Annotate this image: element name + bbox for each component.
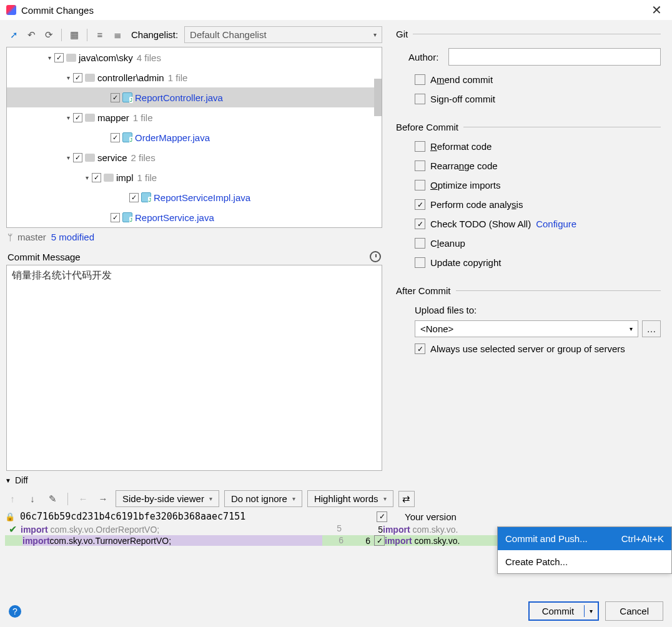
edit-icon[interactable]: ✎: [45, 491, 60, 506]
expand-arrow-icon[interactable]: ▾: [63, 114, 73, 121]
upload-select[interactable]: <None> ▾: [415, 320, 638, 337]
copyright-checkbox[interactable]: [415, 257, 425, 268]
tree-row[interactable]: ▾mapper1 file: [7, 107, 382, 127]
expand-arrow-icon[interactable]: ▾: [44, 54, 54, 61]
node-label: ReportServiceImpl.java: [154, 192, 250, 203]
collapse-icon[interactable]: ≣: [110, 27, 125, 42]
forward-icon[interactable]: →: [96, 491, 111, 506]
file-checkbox[interactable]: [111, 93, 120, 102]
java-file-icon: [141, 192, 151, 202]
reload-icon[interactable]: ⟳: [41, 27, 56, 42]
refresh-icon[interactable]: ➚: [6, 27, 21, 42]
changelist-label: Changelist:: [131, 29, 178, 40]
node-label: ReportService.java: [135, 212, 214, 223]
changes-toolbar: ➚ ↶ ⟳ ▦ ≡ ≣ Changelist: Default Changeli…: [6, 24, 382, 47]
prev-diff-icon[interactable]: ↑: [5, 491, 20, 506]
cancel-button[interactable]: Cancel: [605, 601, 663, 621]
history-icon[interactable]: [370, 251, 381, 262]
tree-row[interactable]: ▾java\com\sky4 files: [7, 47, 382, 67]
file-tree[interactable]: ▾java\com\sky4 files▾controller\admin1 f…: [6, 47, 382, 228]
ignore-select[interactable]: Do not ignore▾: [224, 490, 302, 507]
close-icon[interactable]: ✕: [648, 2, 666, 17]
cleanup-checkbox[interactable]: [415, 238, 425, 249]
sync-scroll-button[interactable]: ⇄: [398, 491, 415, 507]
amend-label: Amend commit: [430, 74, 493, 85]
node-label: mapper: [97, 112, 129, 123]
undo-icon[interactable]: ↶: [24, 27, 39, 42]
highlight-select[interactable]: Highlight words▾: [307, 490, 393, 507]
group-icon[interactable]: ▦: [67, 27, 82, 42]
diff-label: Diff: [15, 475, 28, 485]
tree-row[interactable]: ReportController.java: [7, 87, 382, 107]
file-checkbox[interactable]: [111, 133, 120, 142]
scrollbar-thumb[interactable]: [374, 79, 382, 116]
file-checkbox[interactable]: [73, 113, 82, 122]
folder-icon: [85, 74, 95, 82]
java-file-icon: [122, 92, 132, 102]
always-checkbox[interactable]: [415, 343, 425, 354]
file-checkbox[interactable]: [129, 193, 139, 202]
commit-and-push-item[interactable]: Commit and Push...Ctrl+Alt+K: [498, 527, 671, 550]
modified-count[interactable]: 5 modified: [51, 232, 94, 242]
expand-arrow-icon[interactable]: ▾: [63, 154, 73, 161]
expand-arrow-icon[interactable]: ▾: [82, 174, 92, 181]
rearrange-checkbox[interactable]: [415, 160, 425, 171]
changelist-select[interactable]: Default Changelist ▾: [184, 26, 382, 43]
next-diff-icon[interactable]: ↓: [25, 491, 40, 506]
amend-checkbox[interactable]: [415, 74, 425, 85]
diff-toolbar: ↑ ↓ ✎ ← → Side-by-side viewer▾ Do not ig…: [0, 488, 672, 510]
create-patch-item[interactable]: Create Patch...: [498, 550, 671, 573]
tree-row[interactable]: ReportService.java: [7, 207, 382, 227]
chevron-down-icon: ▾: [373, 31, 377, 38]
tree-row[interactable]: ReportServiceImpl.java: [7, 187, 382, 207]
chevron-down-icon: ▾: [630, 325, 633, 332]
commit-message-input[interactable]: [6, 265, 382, 471]
back-icon[interactable]: ←: [76, 491, 91, 506]
reformat-checkbox[interactable]: [415, 141, 425, 152]
separator: [87, 29, 87, 41]
expand-arrow-icon[interactable]: ▾: [63, 74, 73, 81]
node-count: 4 files: [137, 52, 161, 63]
node-label: service: [97, 152, 127, 163]
analysis-label: Perform code analysis: [430, 199, 523, 210]
apply-checkbox[interactable]: [377, 511, 387, 522]
tree-row[interactable]: OrderMapper.java: [7, 127, 382, 147]
file-checkbox[interactable]: [111, 213, 120, 222]
your-version-label: Your version: [405, 511, 667, 522]
file-checkbox[interactable]: [92, 173, 101, 182]
diff-header[interactable]: ▼ Diff: [0, 473, 672, 488]
node-label: controller\admin: [97, 72, 164, 83]
upload-label: Upload files to:: [415, 305, 477, 315]
author-input[interactable]: [448, 48, 661, 66]
optimize-checkbox[interactable]: [415, 180, 425, 190]
analysis-checkbox[interactable]: [415, 199, 425, 210]
todo-checkbox[interactable]: [415, 219, 425, 229]
branch-name: master: [17, 232, 46, 242]
viewer-mode-select[interactable]: Side-by-side viewer▾: [116, 490, 219, 507]
file-checkbox[interactable]: [73, 153, 82, 162]
folder-icon: [104, 174, 114, 182]
upload-browse-button[interactable]: …: [642, 320, 661, 337]
line-checkbox[interactable]: [374, 535, 385, 546]
commit-button[interactable]: Commit ▾: [528, 601, 600, 621]
tree-row[interactable]: ▾controller\admin1 file: [7, 67, 382, 87]
titlebar: Commit Changes ✕: [0, 0, 672, 20]
separator: [61, 29, 62, 41]
help-button[interactable]: ?: [9, 605, 21, 618]
node-label: ReportController.java: [135, 92, 223, 103]
todo-label: Check TODO (Show All): [430, 219, 531, 229]
signoff-checkbox[interactable]: [415, 94, 425, 104]
configure-link[interactable]: Configure: [536, 219, 576, 229]
tree-row[interactable]: ▾service2 files: [7, 147, 382, 167]
java-file-icon: [122, 212, 132, 222]
folder-icon: [85, 154, 95, 162]
commit-dropdown-toggle[interactable]: ▾: [584, 605, 598, 617]
file-checkbox[interactable]: [54, 53, 64, 62]
after-section-label: After Commit: [396, 285, 451, 296]
reformat-label: Reformat code: [430, 141, 492, 152]
file-checkbox[interactable]: [73, 73, 82, 82]
expand-icon[interactable]: ≡: [92, 27, 107, 42]
always-label: Always use selected server or group of s…: [430, 343, 625, 354]
tree-row[interactable]: ▾impl1 file: [7, 167, 382, 187]
node-label: impl: [116, 172, 134, 183]
